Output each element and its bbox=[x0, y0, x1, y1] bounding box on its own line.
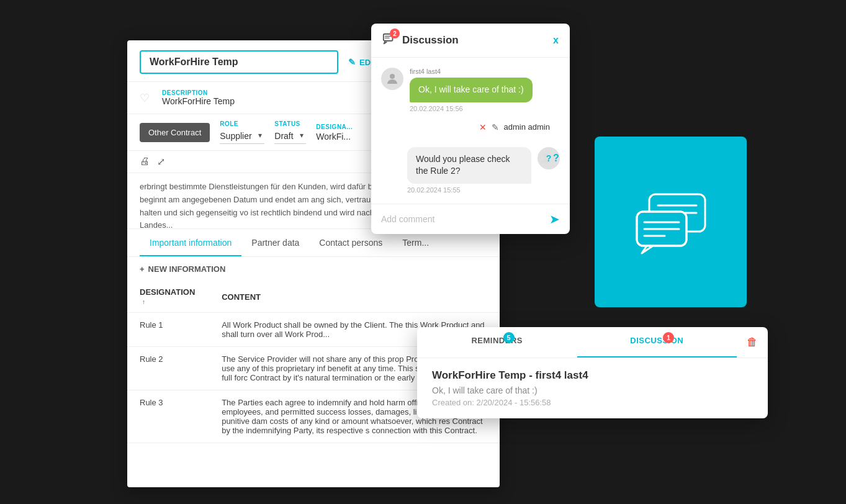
contract-type-button[interactable]: Other Contract bbox=[140, 123, 210, 142]
description-field: DESCRIPTION WorkForHire Temp bbox=[162, 89, 235, 106]
trash-icon: 🗑 bbox=[747, 336, 758, 349]
avatar-unknown: ? bbox=[538, 147, 560, 169]
sort-icon[interactable]: ↑ bbox=[142, 299, 145, 305]
message-bubble-2: Would you please check the Rule 2? 20.02… bbox=[407, 147, 531, 194]
send-button[interactable]: ➤ bbox=[549, 212, 560, 227]
comment-input[interactable] bbox=[381, 214, 543, 224]
delete-button[interactable]: 🗑 bbox=[737, 327, 768, 358]
contract-title-input[interactable] bbox=[140, 50, 338, 74]
reminder-message: Ok, I will take care of that :) bbox=[432, 385, 753, 395]
content-header: CONTENT bbox=[209, 281, 500, 313]
designator-field: DESIGNA... WorkFi... bbox=[316, 124, 353, 142]
chat-area: first4 last4 Ok, I will take care of tha… bbox=[371, 58, 570, 204]
discussion-icon: 2 bbox=[382, 32, 396, 48]
teal-illustration-panel bbox=[595, 137, 747, 307]
edit-toolbar: ✕ ✎ admin admin bbox=[381, 122, 560, 137]
reminder-contract-title: WorkForHire Temp - first4 last4 bbox=[432, 369, 753, 382]
rule-label: Rule 3 bbox=[127, 390, 209, 443]
discussion-badge: 2 bbox=[390, 29, 400, 38]
reminders-panel: REMINDERS 5 DISCUSSION 1 🗑 WorkForHire T… bbox=[417, 327, 768, 418]
role-select-wrapper: Supplier bbox=[220, 128, 264, 144]
role-select[interactable]: Supplier bbox=[220, 128, 264, 144]
reminders-tabs: REMINDERS 5 DISCUSSION 1 🗑 bbox=[417, 327, 768, 358]
rule-label: Rule 1 bbox=[127, 313, 209, 347]
edit-message-icon[interactable]: ✎ bbox=[492, 122, 499, 132]
discussion-modal: 2 Discussion x first4 last4 Ok, I will t… bbox=[371, 24, 570, 234]
tab-discussion[interactable]: DISCUSSION 1 bbox=[577, 327, 737, 358]
status-select-wrapper: Draft bbox=[274, 128, 306, 144]
role-field: ROLE Supplier bbox=[220, 120, 264, 144]
chat-illustration bbox=[631, 188, 711, 256]
plus-icon: + bbox=[140, 264, 145, 274]
comment-area: ➤ bbox=[371, 204, 570, 234]
status-select[interactable]: Draft bbox=[274, 128, 306, 144]
info-actions: + NEW INFORMATION bbox=[127, 257, 500, 281]
avatar bbox=[381, 68, 403, 90]
tab-reminders[interactable]: REMINDERS 5 bbox=[417, 327, 577, 358]
modal-header: 2 Discussion x bbox=[371, 24, 570, 58]
print-icon[interactable]: 🖨 bbox=[140, 156, 150, 168]
new-information-button[interactable]: + NEW INFORMATION bbox=[140, 264, 225, 274]
rule-label: Rule 2 bbox=[127, 347, 209, 390]
status-field: STATUS Draft bbox=[274, 120, 306, 144]
tab-partner-data[interactable]: Partner data bbox=[241, 229, 309, 256]
tab-important-information[interactable]: Important information bbox=[140, 229, 241, 256]
reminders-content: WorkForHire Temp - first4 last4 Ok, I wi… bbox=[417, 358, 768, 418]
designation-header: DESIGNATION ↑ bbox=[127, 281, 209, 313]
close-button[interactable]: x bbox=[553, 35, 559, 46]
delete-message-icon[interactable]: ✕ bbox=[479, 122, 487, 132]
message-bubble-1: first4 last4 Ok, I will take care of tha… bbox=[410, 68, 533, 112]
pencil-icon: ✎ bbox=[348, 57, 356, 67]
expand-icon[interactable]: ⤢ bbox=[157, 156, 165, 168]
reminders-badge: 5 bbox=[503, 332, 515, 343]
svg-point-12 bbox=[390, 74, 395, 79]
chat-message: first4 last4 Ok, I will take care of tha… bbox=[381, 68, 560, 112]
reminder-created: Created on: 2/20/2024 - 15:56:58 bbox=[432, 398, 753, 407]
chat-message: ? Would you please check the Rule 2? 20.… bbox=[381, 147, 560, 194]
favorite-icon[interactable]: ♡ bbox=[140, 91, 150, 105]
discussion-title: Discussion bbox=[402, 34, 547, 47]
